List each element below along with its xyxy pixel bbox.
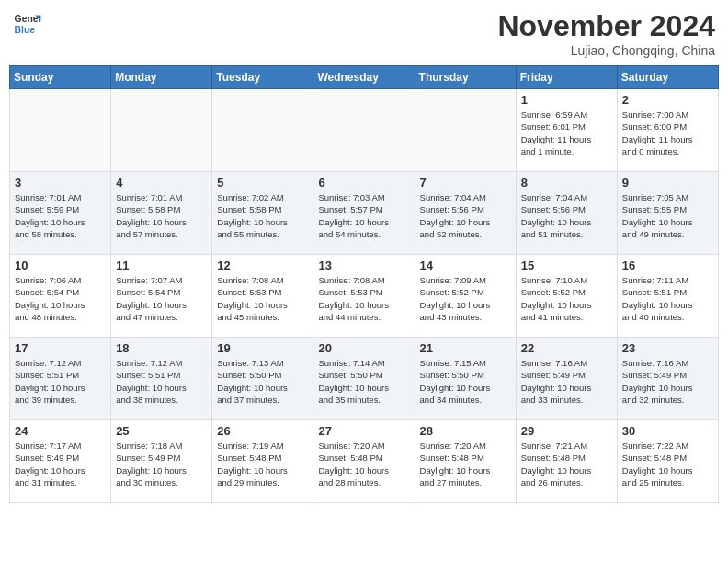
calendar-cell: [10, 89, 111, 172]
calendar-cell: 28Sunrise: 7:20 AM Sunset: 5:48 PM Dayli…: [415, 420, 516, 503]
calendar-table: SundayMondayTuesdayWednesdayThursdayFrid…: [9, 65, 719, 503]
day-info: Sunrise: 7:20 AM Sunset: 5:48 PM Dayligh…: [420, 440, 511, 488]
day-info: Sunrise: 7:21 AM Sunset: 5:48 PM Dayligh…: [521, 440, 612, 488]
weekday-header-monday: Monday: [111, 66, 212, 89]
location: Lujiao, Chongqing, China: [497, 43, 715, 58]
day-number: 2: [622, 93, 713, 107]
day-info: Sunrise: 7:07 AM Sunset: 5:54 PM Dayligh…: [116, 274, 207, 323]
weekday-header-thursday: Thursday: [415, 66, 516, 89]
weekday-header-saturday: Saturday: [617, 66, 718, 89]
calendar-cell: 12Sunrise: 7:08 AM Sunset: 5:53 PM Dayli…: [212, 255, 313, 338]
day-info: Sunrise: 7:00 AM Sunset: 6:00 PM Dayligh…: [622, 109, 713, 157]
day-number: 15: [521, 259, 612, 272]
page-header: General Blue November 2024 Lujiao, Chong…: [9, 9, 719, 58]
day-info: Sunrise: 7:08 AM Sunset: 5:53 PM Dayligh…: [217, 274, 308, 323]
day-info: Sunrise: 7:03 AM Sunset: 5:57 PM Dayligh…: [318, 191, 409, 240]
calendar-cell: 18Sunrise: 7:12 AM Sunset: 5:51 PM Dayli…: [111, 338, 212, 420]
day-info: Sunrise: 7:10 AM Sunset: 5:52 PM Dayligh…: [521, 274, 612, 323]
day-info: Sunrise: 7:16 AM Sunset: 5:49 PM Dayligh…: [622, 357, 713, 406]
calendar-week-4: 17Sunrise: 7:12 AM Sunset: 5:51 PM Dayli…: [10, 338, 719, 420]
calendar-cell: 3Sunrise: 7:01 AM Sunset: 5:59 PM Daylig…: [10, 172, 111, 255]
day-info: Sunrise: 7:22 AM Sunset: 5:48 PM Dayligh…: [622, 440, 713, 488]
calendar-cell: 4Sunrise: 7:01 AM Sunset: 5:58 PM Daylig…: [111, 172, 212, 255]
day-number: 17: [15, 341, 106, 355]
day-number: 8: [521, 176, 612, 190]
calendar-cell: 2Sunrise: 7:00 AM Sunset: 6:00 PM Daylig…: [617, 89, 718, 172]
day-number: 3: [15, 176, 106, 190]
calendar-cell: 5Sunrise: 7:02 AM Sunset: 5:58 PM Daylig…: [212, 172, 313, 255]
day-number: 23: [622, 341, 713, 355]
day-info: Sunrise: 7:20 AM Sunset: 5:48 PM Dayligh…: [318, 440, 409, 488]
calendar-cell: 10Sunrise: 7:06 AM Sunset: 5:54 PM Dayli…: [10, 255, 111, 338]
day-number: 9: [622, 176, 713, 190]
day-info: Sunrise: 7:01 AM Sunset: 5:59 PM Dayligh…: [15, 191, 106, 240]
calendar-cell: 7Sunrise: 7:04 AM Sunset: 5:56 PM Daylig…: [415, 172, 516, 255]
day-number: 10: [15, 259, 106, 272]
day-number: 30: [622, 424, 713, 438]
day-info: Sunrise: 7:15 AM Sunset: 5:50 PM Dayligh…: [420, 357, 511, 406]
day-info: Sunrise: 7:14 AM Sunset: 5:50 PM Dayligh…: [318, 357, 409, 406]
day-info: Sunrise: 7:02 AM Sunset: 5:58 PM Dayligh…: [217, 191, 308, 240]
calendar-cell: 29Sunrise: 7:21 AM Sunset: 5:48 PM Dayli…: [516, 420, 617, 503]
day-number: 22: [521, 341, 612, 355]
day-info: Sunrise: 7:12 AM Sunset: 5:51 PM Dayligh…: [116, 357, 207, 406]
calendar-body: 1Sunrise: 6:59 AM Sunset: 6:01 PM Daylig…: [10, 89, 719, 503]
calendar-cell: 6Sunrise: 7:03 AM Sunset: 5:57 PM Daylig…: [313, 172, 415, 255]
day-number: 21: [420, 341, 511, 355]
weekday-header-sunday: Sunday: [10, 66, 111, 89]
calendar-cell: 27Sunrise: 7:20 AM Sunset: 5:48 PM Dayli…: [313, 420, 415, 503]
calendar-cell: 26Sunrise: 7:19 AM Sunset: 5:48 PM Dayli…: [212, 420, 313, 503]
day-info: Sunrise: 7:16 AM Sunset: 5:49 PM Dayligh…: [521, 357, 612, 406]
day-info: Sunrise: 6:59 AM Sunset: 6:01 PM Dayligh…: [521, 109, 612, 157]
logo-icon: General Blue: [13, 9, 42, 39]
day-number: 26: [217, 424, 308, 438]
calendar-cell: 21Sunrise: 7:15 AM Sunset: 5:50 PM Dayli…: [415, 338, 516, 420]
calendar-cell: [111, 89, 212, 172]
calendar-cell: 8Sunrise: 7:04 AM Sunset: 5:56 PM Daylig…: [516, 172, 617, 255]
day-info: Sunrise: 7:08 AM Sunset: 5:53 PM Dayligh…: [318, 274, 409, 323]
weekday-header-wednesday: Wednesday: [313, 66, 415, 89]
title-block: November 2024 Lujiao, Chongqing, China: [497, 9, 715, 58]
day-number: 24: [15, 424, 106, 438]
weekday-header-row: SundayMondayTuesdayWednesdayThursdayFrid…: [10, 66, 719, 89]
calendar-cell: 1Sunrise: 6:59 AM Sunset: 6:01 PM Daylig…: [516, 89, 617, 172]
calendar-cell: [212, 89, 313, 172]
day-number: 29: [521, 424, 612, 438]
calendar-cell: 17Sunrise: 7:12 AM Sunset: 5:51 PM Dayli…: [10, 338, 111, 420]
day-info: Sunrise: 7:04 AM Sunset: 5:56 PM Dayligh…: [420, 191, 511, 240]
calendar-cell: 16Sunrise: 7:11 AM Sunset: 5:51 PM Dayli…: [617, 255, 718, 338]
calendar-cell: 14Sunrise: 7:09 AM Sunset: 5:52 PM Dayli…: [415, 255, 516, 338]
weekday-header-friday: Friday: [516, 66, 617, 89]
day-number: 1: [521, 93, 612, 107]
day-number: 12: [217, 259, 308, 272]
day-number: 5: [217, 176, 308, 190]
day-number: 14: [420, 259, 511, 272]
calendar-cell: 23Sunrise: 7:16 AM Sunset: 5:49 PM Dayli…: [617, 338, 718, 420]
weekday-header-tuesday: Tuesday: [212, 66, 313, 89]
day-number: 20: [318, 341, 409, 355]
day-info: Sunrise: 7:18 AM Sunset: 5:49 PM Dayligh…: [116, 440, 207, 488]
day-number: 25: [116, 424, 207, 438]
calendar-week-1: 1Sunrise: 6:59 AM Sunset: 6:01 PM Daylig…: [10, 89, 719, 172]
day-number: 19: [217, 341, 308, 355]
day-number: 4: [116, 176, 207, 190]
calendar-cell: 13Sunrise: 7:08 AM Sunset: 5:53 PM Dayli…: [313, 255, 415, 338]
day-number: 7: [420, 176, 511, 190]
calendar-cell: [313, 89, 415, 172]
calendar-header: SundayMondayTuesdayWednesdayThursdayFrid…: [10, 66, 719, 89]
day-info: Sunrise: 7:01 AM Sunset: 5:58 PM Dayligh…: [116, 191, 207, 240]
logo: General Blue: [13, 9, 42, 39]
day-number: 16: [622, 259, 713, 272]
svg-text:Blue: Blue: [15, 25, 36, 35]
month-title: November 2024: [497, 9, 715, 43]
day-number: 18: [116, 341, 207, 355]
day-info: Sunrise: 7:09 AM Sunset: 5:52 PM Dayligh…: [420, 274, 511, 323]
calendar-cell: 19Sunrise: 7:13 AM Sunset: 5:50 PM Dayli…: [212, 338, 313, 420]
day-number: 13: [318, 259, 409, 272]
calendar-week-5: 24Sunrise: 7:17 AM Sunset: 5:49 PM Dayli…: [10, 420, 719, 503]
day-number: 11: [116, 259, 207, 272]
day-info: Sunrise: 7:19 AM Sunset: 5:48 PM Dayligh…: [217, 440, 308, 488]
day-number: 6: [318, 176, 409, 190]
day-info: Sunrise: 7:12 AM Sunset: 5:51 PM Dayligh…: [15, 357, 106, 406]
day-info: Sunrise: 7:06 AM Sunset: 5:54 PM Dayligh…: [15, 274, 106, 323]
